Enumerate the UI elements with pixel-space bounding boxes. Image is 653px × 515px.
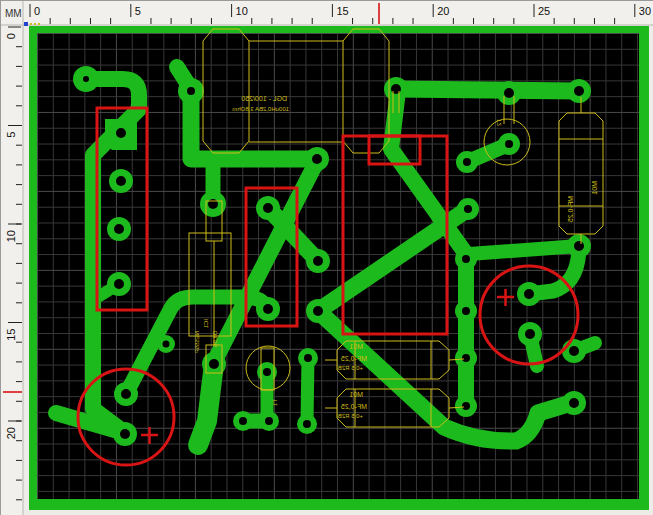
left-ruler-label: 20: [5, 427, 17, 439]
silk-label: +0,5 R2B: [338, 413, 363, 419]
pad-hole: [574, 86, 584, 96]
pad-hole: [163, 341, 170, 348]
silk-label: MF-0,25: [341, 355, 367, 362]
pad-hole: [462, 255, 470, 263]
silk-label: M01: [349, 391, 363, 398]
pad-hole: [524, 289, 534, 299]
ruler-unit-label: MM: [5, 8, 22, 19]
top-ruler-label: 15: [336, 5, 348, 17]
silk-label: IC1: [203, 319, 209, 329]
pad-hole: [463, 158, 471, 166]
top-ruler-label: 20: [437, 5, 449, 17]
silk-label: T1: [272, 399, 278, 407]
top-ruler-label: 0: [34, 5, 40, 17]
pad-hole: [313, 306, 323, 316]
pad-hole: [263, 368, 271, 376]
pad-hole: [83, 76, 89, 82]
pad-hole: [116, 176, 126, 186]
silk-label: M01: [349, 343, 363, 350]
top-ruler-label: 10: [236, 5, 248, 17]
left-ruler-label: 5: [5, 132, 17, 138]
pad-hole: [505, 140, 513, 148]
silk-label: MF-0,25: [341, 403, 367, 410]
top-ruler-label: 25: [538, 5, 550, 17]
pad-hole: [462, 402, 470, 410]
pad-hole: [569, 398, 579, 408]
pad-hole: [569, 346, 579, 356]
silk-label: DGL - 100/250: [241, 95, 287, 102]
silk-label: +0,5 R2B: [338, 365, 363, 371]
pad-hole: [574, 241, 584, 251]
pad-hole: [303, 420, 311, 428]
pad-hole: [312, 154, 322, 164]
copper-trace[interactable]: [469, 246, 579, 254]
pad-hole: [313, 256, 323, 266]
pad-hole: [120, 429, 130, 439]
pad-hole: [209, 359, 219, 369]
pad-hole: [187, 87, 195, 95]
pcb-editor-surface: MM 051015202530 05101520: [1, 1, 653, 515]
silk-label: 100uH0,2BA 3,8Ohm: [232, 106, 289, 112]
pad-hole: [464, 205, 472, 213]
left-ruler-label: 15: [5, 329, 17, 341]
pad-hole: [121, 389, 131, 399]
pcb-editor-window: MM 051015202530 05101520: [0, 0, 653, 515]
pad-hole: [263, 304, 273, 314]
top-ruler[interactable]: [1, 1, 653, 25]
left-ruler-label: 0: [5, 33, 17, 39]
pad-hole: [114, 224, 124, 234]
pad-hole: [263, 203, 273, 213]
pad-hole: [504, 88, 514, 98]
pad-hole: [304, 354, 312, 362]
pad-hole: [462, 354, 470, 362]
pad-hole: [114, 279, 124, 289]
silk-label: M01: [591, 181, 598, 195]
pad-hole: [265, 417, 273, 425]
top-ruler-label: 5: [135, 5, 141, 17]
silk-label: DIL08: [212, 331, 218, 348]
pad-hole: [116, 128, 126, 138]
top-ruler-label: 30: [639, 5, 651, 17]
copper-trace[interactable]: [396, 89, 579, 91]
silk-label: MF-0,25: [567, 196, 574, 222]
silk-label: T2: [496, 119, 502, 127]
left-ruler-label: 10: [5, 230, 17, 242]
silk-label: NE555P: [194, 331, 200, 353]
pad-hole: [239, 417, 247, 425]
pad-hole: [462, 307, 470, 315]
pcb-canvas[interactable]: DGL - 100/250 100uH0,2BA 3,8Ohm NE555P I…: [29, 26, 649, 510]
pad-hole: [525, 329, 535, 339]
